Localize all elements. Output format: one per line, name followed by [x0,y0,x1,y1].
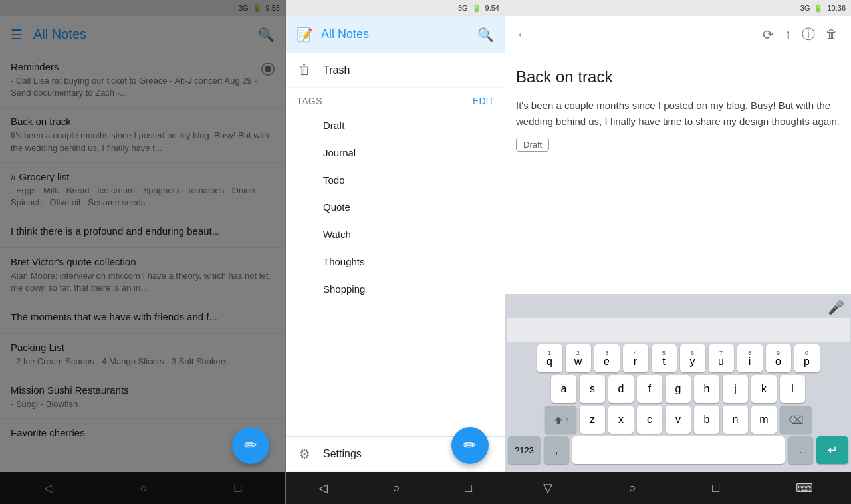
edit-tags-button[interactable]: EDIT [473,96,494,106]
tag-item-shopping[interactable]: Shopping [286,275,505,303]
note-item-back-on-track[interactable]: Back on track It's been a couple months … [0,108,285,162]
note-item-mission-sushi[interactable]: Mission Sushi Restaurants - Suogi - Blow… [0,376,285,419]
note-item-reminders[interactable]: Reminders - Call Lisa re: buying our tic… [0,53,285,108]
back-nav-3[interactable]: ▽ [538,475,558,501]
back-nav-1[interactable]: ◁ [39,475,59,501]
key-o[interactable]: 9o [766,344,791,372]
new-note-fab-1[interactable]: ✏ [232,427,269,464]
drawer-item-trash[interactable]: 🗑 Trash [286,53,505,88]
time-2: 9:54 [485,4,499,12]
key-g[interactable]: g [666,375,691,403]
signal-indicator-2: 3G [458,4,468,12]
delete-note-icon[interactable]: 🗑 [823,25,840,44]
keyboard-row-1: 1q 2w 3e 4r 5t 6y 7u 8i 9o 0p [508,344,848,372]
tag-item-quote[interactable]: Quote [286,193,505,221]
share-icon[interactable]: ↑ [782,24,794,45]
signal-indicator-3: 3G [800,4,810,12]
key-u[interactable]: 7u [709,344,734,372]
tag-item-draft[interactable]: Draft [286,112,505,139]
key-i[interactable]: 8i [737,344,763,372]
period-key[interactable]: . [788,436,813,464]
notes-panel: 3G 🔋 9:53 ☰ All Notes 🔍 Reminders - Call… [0,0,286,504]
tag-item-todo[interactable]: Todo [286,166,505,193]
note-item-packing-list[interactable]: Packing List - 2 Ice Cream Scoops - 4 Ma… [0,334,285,376]
info-icon[interactable]: ⓘ [799,23,818,46]
editor-note-body[interactable]: It's been a couple months since I posted… [516,98,840,130]
key-d[interactable]: d [608,375,634,403]
key-c[interactable]: c [637,406,662,434]
note-item-profound[interactable]: I think there is a profound and enduring… [0,217,285,248]
note-item-moments[interactable]: The moments that we have with friends an… [0,303,285,334]
search-icon-drawer[interactable]: 🔍 [477,27,494,43]
settings-icon: ⚙ [297,446,312,462]
key-h[interactable]: h [694,375,719,403]
history-icon[interactable]: ⟳ [760,24,777,45]
enter-key[interactable]: ↵ [816,436,848,464]
key-a[interactable]: a [551,375,576,403]
key-s[interactable]: s [580,375,605,403]
key-p[interactable]: 0p [794,344,820,372]
comma-key[interactable]: , [544,436,569,464]
edit-icon-1: ✏ [244,436,257,455]
tag-item-watch[interactable]: Watch [286,221,505,248]
key-x[interactable]: x [608,406,634,434]
tag-item-journal[interactable]: Journal [286,139,505,166]
bottom-nav-2: ◁ ○ □ [286,472,505,504]
key-k[interactable]: k [751,375,777,403]
time-3: 10:36 [827,4,846,12]
key-w[interactable]: 2w [566,344,591,372]
notes-top-bar: ☰ All Notes 🔍 [0,16,285,53]
edit-icon-2: ✏ [463,436,477,455]
all-notes-title: All Notes [33,27,247,42]
tag-item-thoughts[interactable]: Thoughts [286,248,505,275]
back-nav-2[interactable]: ◁ [313,475,333,501]
key-r[interactable]: 4r [623,344,648,372]
home-nav-2[interactable]: ○ [388,476,406,501]
space-key[interactable] [572,436,785,464]
key-m[interactable]: m [751,406,777,434]
status-bar-3: 3G 🔋 10:36 [505,0,851,16]
key-l[interactable]: l [780,375,805,403]
new-note-fab-2[interactable]: ✏ [451,427,489,464]
key-v[interactable]: v [666,406,691,434]
drawer-title: All Notes [321,27,469,41]
backspace-key[interactable]: ⌫ [780,406,812,434]
key-e[interactable]: 3e [594,344,620,372]
note-title-profound: I think there is a profound and enduring… [11,225,275,237]
note-preview-grocery-list: - Eggs - Milk - Bread - Ice cream - Spag… [11,185,275,209]
note-item-bret-victor[interactable]: Bret Victor's quote collection Alan Moor… [0,248,285,303]
key-f[interactable]: f [637,375,662,403]
search-icon-1[interactable]: 🔍 [258,27,275,43]
key-t[interactable]: 5t [652,344,677,372]
recents-nav-3[interactable]: □ [707,476,725,501]
drawer-panel: 3G 🔋 9:54 📝 All Notes 🔍 🗑 Trash Tags EDI… [286,0,505,504]
home-nav-1[interactable]: ○ [135,476,153,501]
home-nav-3[interactable]: ○ [624,476,642,501]
note-title-packing-list: Packing List [11,342,275,353]
key-y[interactable]: 6y [680,344,705,372]
status-bar-1: 3G 🔋 9:53 [0,0,285,16]
shift-key[interactable]: ↑ [545,406,576,434]
note-preview-mission-sushi: - Suogi - Blowfish [11,398,275,410]
keyboard-nav[interactable]: ⌨ [790,475,818,501]
key-q[interactable]: 1q [537,344,562,372]
key-n[interactable]: n [723,406,748,434]
note-preview-back-on-track: It's been a couple months since I posted… [11,130,275,154]
key-j[interactable]: j [723,375,748,403]
note-item-grocery-list[interactable]: # Grocery list - Eggs - Milk - Bread - I… [0,163,285,217]
key-b[interactable]: b [694,406,719,434]
editor-panel: 3G 🔋 10:36 ← ⟳ ↑ ⓘ 🗑 Back on track It's … [505,0,851,504]
bottom-nav-3: ▽ ○ □ ⌨ [505,472,851,504]
draft-tag[interactable]: Draft [516,138,549,152]
back-button[interactable]: ← [516,27,529,42]
note-title-moments: The moments that we have with friends an… [11,311,275,322]
recents-nav-2[interactable]: □ [459,476,477,501]
note-title-back-on-track: Back on track [11,116,275,127]
editor-note-title[interactable]: Back on track [516,66,840,87]
key-z[interactable]: z [580,406,605,434]
notes-list: Reminders - Call Lisa re: buying our tic… [0,53,285,472]
hamburger-icon[interactable]: ☰ [11,27,23,43]
num-key[interactable]: ?123 [508,436,541,464]
mic-icon[interactable]: 🎤 [828,299,844,315]
recents-nav-1[interactable]: □ [229,476,247,501]
